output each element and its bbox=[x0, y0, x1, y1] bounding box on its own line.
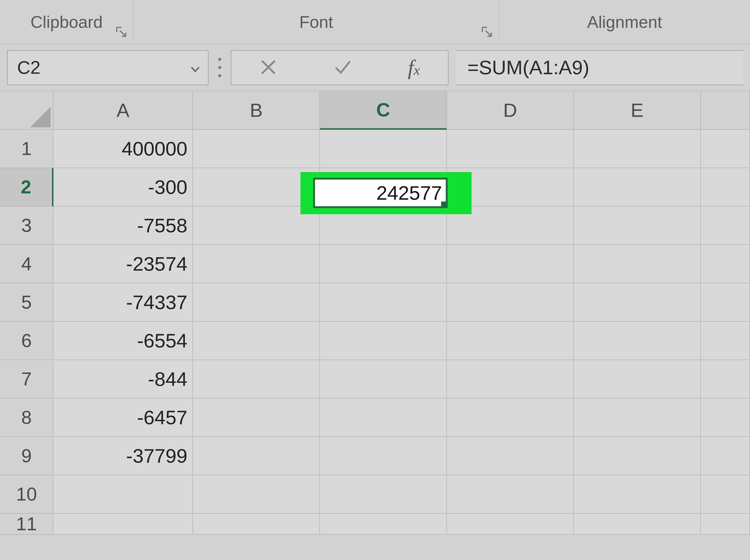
drag-handle-icon[interactable] bbox=[216, 58, 223, 77]
row-header-3[interactable]: 3 bbox=[0, 207, 54, 245]
cell-E11[interactable] bbox=[574, 514, 701, 535]
cell-D9[interactable] bbox=[447, 437, 574, 475]
row-header-5[interactable]: 5 bbox=[0, 283, 54, 322]
column-header-D[interactable]: D bbox=[447, 91, 574, 130]
cell-A4[interactable]: -23574 bbox=[54, 245, 193, 283]
ribbon-group-clipboard: Clipboard bbox=[0, 0, 134, 44]
name-box[interactable]: C2 bbox=[7, 50, 209, 85]
cell-D4[interactable] bbox=[447, 245, 574, 283]
column-header-extra[interactable] bbox=[701, 91, 750, 130]
cell-E4[interactable] bbox=[574, 245, 701, 283]
grid-row: 7 -844 bbox=[0, 360, 750, 398]
dialog-launcher-icon[interactable] bbox=[116, 22, 126, 33]
grid-row: 4 -23574 bbox=[0, 245, 750, 283]
cell-F11[interactable] bbox=[701, 514, 750, 535]
cell-A8[interactable]: -6457 bbox=[54, 398, 193, 437]
cell-F4[interactable] bbox=[701, 245, 750, 283]
cell-D10[interactable] bbox=[447, 475, 574, 514]
cell-A6[interactable]: -6554 bbox=[54, 322, 193, 360]
cell-A5[interactable]: -74337 bbox=[54, 283, 193, 322]
cell-C10[interactable] bbox=[320, 475, 447, 514]
cell-C6[interactable] bbox=[320, 322, 447, 360]
cell-F10[interactable] bbox=[701, 475, 750, 514]
cell-D7[interactable] bbox=[447, 360, 574, 398]
cell-E2[interactable] bbox=[574, 168, 701, 207]
cell-C11[interactable] bbox=[320, 514, 447, 535]
grid-row: 1 400000 bbox=[0, 130, 750, 168]
column-header-B[interactable]: B bbox=[193, 91, 320, 130]
cell-B10[interactable] bbox=[193, 475, 320, 514]
row-header-10[interactable]: 10 bbox=[0, 475, 54, 514]
cell-E8[interactable] bbox=[574, 398, 701, 437]
formula-bar-actions: fx bbox=[231, 50, 449, 85]
cell-C9[interactable] bbox=[320, 437, 447, 475]
row-header-1[interactable]: 1 bbox=[0, 130, 54, 168]
row-header-6[interactable]: 6 bbox=[0, 322, 54, 360]
cell-E1[interactable] bbox=[574, 130, 701, 168]
cell-D1[interactable] bbox=[447, 130, 574, 168]
select-all-button[interactable] bbox=[0, 91, 54, 130]
cell-B4[interactable] bbox=[193, 245, 320, 283]
cell-B7[interactable] bbox=[193, 360, 320, 398]
column-header-C[interactable]: C bbox=[320, 91, 447, 130]
cell-A3[interactable]: -7558 bbox=[54, 207, 193, 245]
cell-E6[interactable] bbox=[574, 322, 701, 360]
cell-B11[interactable] bbox=[193, 514, 320, 535]
cell-A7[interactable]: -844 bbox=[54, 360, 193, 398]
cell-F8[interactable] bbox=[701, 398, 750, 437]
cell-C4[interactable] bbox=[320, 245, 447, 283]
row-header-9[interactable]: 9 bbox=[0, 437, 54, 475]
cell-A1[interactable]: 400000 bbox=[54, 130, 193, 168]
row-header-8[interactable]: 8 bbox=[0, 398, 54, 437]
cell-B9[interactable] bbox=[193, 437, 320, 475]
cell-B1[interactable] bbox=[193, 130, 320, 168]
cell-F6[interactable] bbox=[701, 322, 750, 360]
ribbon-group-label: Alignment bbox=[587, 13, 662, 32]
cell-C7[interactable] bbox=[320, 360, 447, 398]
selected-cell-C2[interactable]: 242577 bbox=[313, 178, 448, 208]
cell-A9[interactable]: -37799 bbox=[54, 437, 193, 475]
cell-D5[interactable] bbox=[447, 283, 574, 322]
dialog-launcher-icon[interactable] bbox=[481, 22, 492, 33]
cell-F2[interactable] bbox=[701, 168, 750, 207]
row-header-7[interactable]: 7 bbox=[0, 360, 54, 398]
cell-C8[interactable] bbox=[320, 398, 447, 437]
cell-F7[interactable] bbox=[701, 360, 750, 398]
formula-bar: C2 fx =SUM(A1:A9) bbox=[0, 44, 750, 91]
row-header-4[interactable]: 4 bbox=[0, 245, 54, 283]
spreadsheet-grid: A B C D E 1 400000 2 -300 3 -7558 4 -235… bbox=[0, 91, 750, 535]
cell-E5[interactable] bbox=[574, 283, 701, 322]
row-header-2[interactable]: 2 bbox=[0, 168, 54, 207]
cell-D8[interactable] bbox=[447, 398, 574, 437]
cell-D11[interactable] bbox=[447, 514, 574, 535]
cell-E7[interactable] bbox=[574, 360, 701, 398]
cell-B5[interactable] bbox=[193, 283, 320, 322]
ribbon-group-font: Font bbox=[134, 0, 499, 44]
cell-A2[interactable]: -300 bbox=[54, 168, 193, 207]
cell-A10[interactable] bbox=[54, 475, 193, 514]
cell-F5[interactable] bbox=[701, 283, 750, 322]
cell-E9[interactable] bbox=[574, 437, 701, 475]
close-icon[interactable] bbox=[259, 58, 277, 77]
cell-E10[interactable] bbox=[574, 475, 701, 514]
cell-B6[interactable] bbox=[193, 322, 320, 360]
column-header-E[interactable]: E bbox=[574, 91, 701, 130]
row-header-11[interactable]: 11 bbox=[0, 514, 54, 535]
fill-handle[interactable] bbox=[441, 202, 447, 208]
cell-F1[interactable] bbox=[701, 130, 750, 168]
fx-icon[interactable]: fx bbox=[408, 56, 420, 80]
cell-F9[interactable] bbox=[701, 437, 750, 475]
cell-C5[interactable] bbox=[320, 283, 447, 322]
column-header-A[interactable]: A bbox=[54, 91, 193, 130]
cell-B8[interactable] bbox=[193, 398, 320, 437]
cell-F3[interactable] bbox=[701, 207, 750, 245]
grid-row: 9 -37799 bbox=[0, 437, 750, 475]
chevron-down-icon[interactable] bbox=[191, 57, 200, 78]
formula-input[interactable]: =SUM(A1:A9) bbox=[456, 50, 743, 85]
cell-C1[interactable] bbox=[320, 130, 447, 168]
cell-E3[interactable] bbox=[574, 207, 701, 245]
check-icon[interactable] bbox=[334, 58, 352, 77]
cell-A11[interactable] bbox=[54, 514, 193, 535]
grid-row: 6 -6554 bbox=[0, 322, 750, 360]
cell-D6[interactable] bbox=[447, 322, 574, 360]
